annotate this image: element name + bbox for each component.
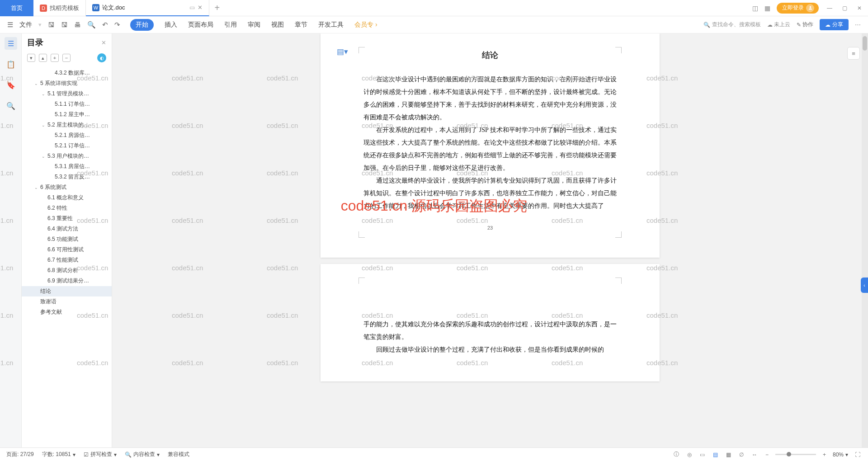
- outline-item[interactable]: 结论: [22, 286, 112, 296]
- tab-dev[interactable]: 开发工具: [318, 21, 344, 29]
- window-mode-icon[interactable]: ▭: [189, 4, 195, 11]
- ai-badge-icon[interactable]: ◐: [97, 53, 106, 62]
- redo-icon[interactable]: ↷: [114, 21, 120, 29]
- heading-conclusion: 结论: [363, 50, 617, 61]
- web-view-icon[interactable]: ▦: [725, 452, 732, 458]
- menu-icon[interactable]: ☰: [7, 21, 13, 29]
- cloud-status[interactable]: ☁ 未上云: [767, 21, 790, 28]
- outline-item[interactable]: 5.2.1 房源信…: [22, 130, 112, 141]
- clipboard-icon[interactable]: 📋: [5, 58, 17, 71]
- apps-icon[interactable]: ▦: [764, 5, 770, 12]
- collapse-all-icon[interactable]: ▾: [27, 54, 35, 62]
- outline-view-icon[interactable]: ∅: [738, 452, 745, 458]
- outline-item[interactable]: 5.2.1 订单信…: [22, 141, 112, 151]
- tab-home[interactable]: 首页: [0, 0, 33, 16]
- save-as-icon[interactable]: 🖫: [61, 21, 68, 28]
- document-scroll[interactable]: ▤▾ 结论 在这次毕业设计中遇到的最困难的方面就是在数据库方面的知识，在刚开始进…: [112, 33, 868, 447]
- outline-item[interactable]: 6.4 测试方法: [22, 224, 112, 234]
- collab-button[interactable]: ✎ 协作: [797, 21, 813, 28]
- fullscreen-icon[interactable]: ⛶: [854, 452, 862, 458]
- paragraph: 回顾过去做毕业设计的整个过程，充满了付出和收获，但是当你看到成果的时候的: [363, 343, 617, 356]
- outline-item[interactable]: ⌄5.1 管理员模块…: [22, 89, 112, 99]
- share-button[interactable]: ☁ 分享: [820, 19, 849, 30]
- scroll-thumb[interactable]: [863, 36, 867, 51]
- undo-icon[interactable]: ↶: [102, 21, 108, 29]
- tab-document[interactable]: W论文.doc▭✕: [86, 0, 209, 16]
- ai-read-icon[interactable]: ⓘ: [672, 451, 680, 458]
- paragraph: 通过这次最终的毕业设计，使我所学的计算机专业知识得到了巩固，而且获得了许多计算机…: [363, 174, 617, 212]
- outline-item[interactable]: 5.1.1 订单信…: [22, 99, 112, 109]
- tab-review[interactable]: 审阅: [248, 21, 260, 29]
- spell-check[interactable]: ☑ 拼写检查 ▾: [84, 451, 117, 458]
- tab-view[interactable]: 视图: [271, 21, 284, 29]
- outline-item[interactable]: 6.9 测试结果分…: [22, 276, 112, 286]
- print-icon[interactable]: 🖶: [74, 21, 81, 28]
- maximize-button[interactable]: ▢: [840, 5, 849, 11]
- outline-item[interactable]: ⌄5.2 屋主模块的…: [22, 120, 112, 130]
- outline-item[interactable]: 5.3.1 房屋信…: [22, 161, 112, 172]
- outline-item[interactable]: 6.7 性能测试: [22, 255, 112, 265]
- focus-icon[interactable]: ◎: [686, 452, 693, 458]
- tab-insert[interactable]: 插入: [165, 21, 177, 29]
- outline-panel: 目录 ✕ ▾ ▴ + − ◐ 4.3.2 数据库…⌄5 系统详细实现⌄5.1 管…: [22, 33, 112, 447]
- outline-icon[interactable]: ☰: [5, 37, 17, 50]
- tab-label: 找稻壳模板: [50, 4, 79, 12]
- svg-point-0: [809, 6, 811, 8]
- outline-item[interactable]: 6.8 测试分析: [22, 265, 112, 276]
- tab-member[interactable]: 会员专 ›: [354, 21, 377, 29]
- search-commands[interactable]: 🔍 查找命令、搜索模板: [703, 21, 761, 28]
- login-button[interactable]: 立即登录: [777, 3, 819, 14]
- tab-layout[interactable]: 页面布局: [188, 21, 213, 29]
- panel-close-icon[interactable]: ✕: [101, 39, 106, 46]
- ribbon-more-icon[interactable]: ⋯: [855, 21, 861, 28]
- remove-level-icon[interactable]: −: [62, 54, 71, 62]
- outline-item[interactable]: 5.3.2 留言反…: [22, 172, 112, 182]
- outline-item[interactable]: 参考文献: [22, 307, 112, 317]
- docer-icon: D: [40, 5, 47, 12]
- outline-item[interactable]: 5.1.2 屋主申…: [22, 109, 112, 120]
- outline-item[interactable]: 6.3 重要性: [22, 213, 112, 224]
- zoom-slider[interactable]: [775, 454, 816, 455]
- outline-item[interactable]: 4.3.2 数据库…: [22, 68, 112, 78]
- zoom-in-icon[interactable]: +: [821, 452, 827, 458]
- status-bar: 页面: 27/29 字数: 10851 ▾ ☑ 拼写检查 ▾ 🔍 内容检查 ▾ …: [0, 447, 868, 461]
- compat-mode[interactable]: 兼容模式: [168, 451, 189, 458]
- scrollbar[interactable]: [862, 33, 868, 447]
- close-button[interactable]: ✕: [855, 5, 863, 11]
- word-count[interactable]: 字数: 10851 ▾: [42, 451, 75, 458]
- tab-start[interactable]: 开始: [130, 19, 154, 31]
- zoom-fit-icon[interactable]: ↔: [750, 452, 759, 458]
- search-icon[interactable]: 🔍: [5, 99, 17, 112]
- outline-item[interactable]: ⌄6 系统测试: [22, 182, 112, 193]
- new-tab-button[interactable]: +: [209, 3, 226, 13]
- ai-assistant-icon[interactable]: ≡: [847, 47, 860, 60]
- page-view-icon[interactable]: ▤: [712, 452, 719, 458]
- outline-item[interactable]: 6.2 特性: [22, 203, 112, 213]
- content-check[interactable]: 🔍 内容检查 ▾: [125, 451, 160, 458]
- minimize-button[interactable]: —: [825, 5, 834, 11]
- reading-icon[interactable]: ▭: [698, 452, 706, 458]
- outline-item[interactable]: ⌄5.3 用户模块的…: [22, 151, 112, 161]
- side-tab[interactable]: ‹: [861, 278, 868, 293]
- outline-item[interactable]: 6.6 可用性测试: [22, 245, 112, 255]
- outline-item[interactable]: 致谢语: [22, 296, 112, 307]
- file-menu[interactable]: 文件: [19, 21, 32, 29]
- add-level-icon[interactable]: +: [51, 54, 59, 62]
- tab-close-icon[interactable]: ✕: [198, 4, 203, 11]
- expand-all-icon[interactable]: ▴: [39, 54, 47, 62]
- zoom-out-icon[interactable]: −: [764, 452, 770, 458]
- bookmark-icon[interactable]: 🔖: [5, 79, 17, 91]
- save-icon[interactable]: 🖫: [48, 21, 55, 28]
- print-preview-icon[interactable]: 🔍: [87, 21, 96, 29]
- outline-item[interactable]: 6.1 概念和意义: [22, 193, 112, 203]
- page-indicator[interactable]: 页面: 27/29: [6, 451, 34, 458]
- layout-icon[interactable]: ◫: [752, 5, 758, 12]
- zoom-level[interactable]: 80% ▾: [833, 452, 848, 458]
- tab-template[interactable]: D找稻壳模板: [33, 0, 86, 16]
- tab-ref[interactable]: 引用: [224, 21, 237, 29]
- tab-chapter[interactable]: 章节: [295, 21, 307, 29]
- page-settings-icon[interactable]: ▤▾: [337, 47, 348, 56]
- outline-item[interactable]: 6.5 功能测试: [22, 234, 112, 245]
- title-bar: 首页 D找稻壳模板 W论文.doc▭✕ + ◫ ▦ 立即登录 — ▢ ✕: [0, 0, 868, 16]
- outline-item[interactable]: ⌄5 系统详细实现: [22, 78, 112, 89]
